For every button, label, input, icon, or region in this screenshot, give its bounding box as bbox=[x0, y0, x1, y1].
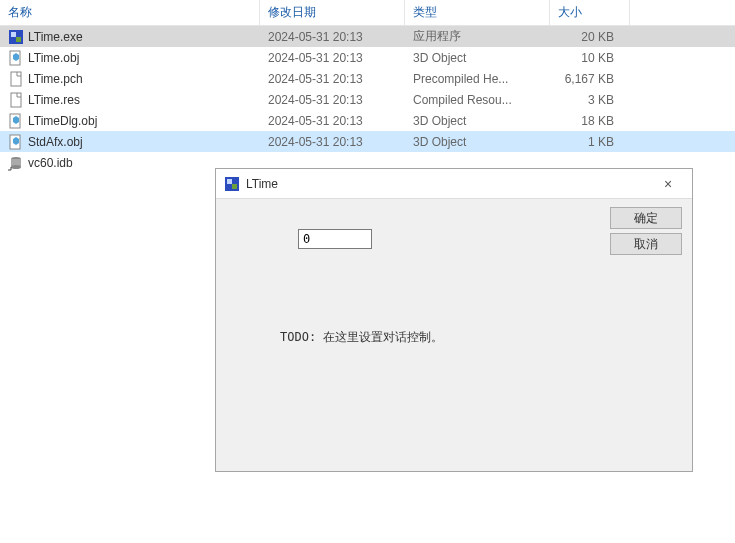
svg-rect-16 bbox=[232, 184, 237, 189]
file-size-cell bbox=[550, 161, 630, 165]
file-size-cell: 3 KB bbox=[550, 91, 630, 109]
file-name-label: vc60.idb bbox=[28, 156, 73, 170]
file-name-label: LTimeDlg.obj bbox=[28, 114, 97, 128]
file-list: LTime.exe2024-05-31 20:13应用程序20 KBLTime.… bbox=[0, 26, 735, 173]
file-date-cell: 2024-05-31 20:13 bbox=[260, 133, 405, 151]
file-row[interactable]: LTimeDlg.obj2024-05-31 20:133D Object18 … bbox=[0, 110, 735, 131]
file-name-cell: LTime.res bbox=[0, 90, 260, 110]
svg-rect-1 bbox=[11, 32, 16, 37]
file-name-cell: StdAfx.obj bbox=[0, 132, 260, 152]
file-row[interactable]: LTime.res2024-05-31 20:13Compiled Resou.… bbox=[0, 89, 735, 110]
value-input[interactable] bbox=[298, 229, 372, 249]
file-name-cell: LTime.obj bbox=[0, 48, 260, 68]
file-name-cell: LTime.exe bbox=[0, 27, 260, 47]
file-name-label: LTime.obj bbox=[28, 51, 79, 65]
svg-rect-15 bbox=[227, 179, 232, 184]
3d-icon bbox=[8, 113, 24, 129]
3d-icon bbox=[8, 50, 24, 66]
dialog-window: LTime × 确定 取消 TODO: 在这里设置对话控制。 bbox=[215, 168, 693, 472]
svg-rect-2 bbox=[16, 37, 21, 42]
close-icon: × bbox=[664, 176, 672, 192]
file-date-cell: 2024-05-31 20:13 bbox=[260, 70, 405, 88]
file-type-cell: Precompiled He... bbox=[405, 70, 550, 88]
file-size-cell: 1 KB bbox=[550, 133, 630, 151]
column-header-row: 名称 修改日期 类型 大小 bbox=[0, 0, 735, 26]
file-row[interactable]: LTime.exe2024-05-31 20:13应用程序20 KB bbox=[0, 26, 735, 47]
file-icon bbox=[8, 71, 24, 87]
file-size-cell: 20 KB bbox=[550, 28, 630, 46]
dialog-body: 确定 取消 TODO: 在这里设置对话控制。 bbox=[216, 199, 692, 471]
file-name-label: StdAfx.obj bbox=[28, 135, 83, 149]
column-header-date[interactable]: 修改日期 bbox=[260, 0, 405, 25]
file-type-cell: 3D Object bbox=[405, 133, 550, 151]
file-size-cell: 10 KB bbox=[550, 49, 630, 67]
file-date-cell: 2024-05-31 20:13 bbox=[260, 112, 405, 130]
svg-rect-6 bbox=[11, 93, 21, 107]
3d-icon bbox=[8, 134, 24, 150]
ok-button[interactable]: 确定 bbox=[610, 207, 682, 229]
file-name-label: LTime.exe bbox=[28, 30, 83, 44]
file-type-cell bbox=[405, 161, 550, 165]
file-date-cell: 2024-05-31 20:13 bbox=[260, 91, 405, 109]
file-row[interactable]: LTime.obj2024-05-31 20:133D Object10 KB bbox=[0, 47, 735, 68]
dialog-titlebar[interactable]: LTime × bbox=[216, 169, 692, 199]
file-explorer: 名称 修改日期 类型 大小 LTime.exe2024-05-31 20:13应… bbox=[0, 0, 735, 173]
file-date-cell bbox=[260, 161, 405, 165]
file-icon bbox=[8, 92, 24, 108]
file-name-label: LTime.pch bbox=[28, 72, 83, 86]
file-type-cell: 3D Object bbox=[405, 112, 550, 130]
file-date-cell: 2024-05-31 20:13 bbox=[260, 49, 405, 67]
todo-label: TODO: 在这里设置对话控制。 bbox=[280, 329, 443, 346]
close-button[interactable]: × bbox=[648, 170, 688, 198]
column-header-size[interactable]: 大小 bbox=[550, 0, 630, 25]
app-icon bbox=[8, 29, 24, 45]
file-type-cell: 应用程序 bbox=[405, 26, 550, 47]
file-name-cell: LTimeDlg.obj bbox=[0, 111, 260, 131]
file-row[interactable]: StdAfx.obj2024-05-31 20:133D Object1 KB bbox=[0, 131, 735, 152]
file-size-cell: 6,167 KB bbox=[550, 70, 630, 88]
app-icon bbox=[224, 176, 240, 192]
file-type-cell: 3D Object bbox=[405, 49, 550, 67]
file-type-cell: Compiled Resou... bbox=[405, 91, 550, 109]
file-row[interactable]: LTime.pch2024-05-31 20:13Precompiled He.… bbox=[0, 68, 735, 89]
column-header-name[interactable]: 名称 bbox=[0, 0, 260, 25]
svg-rect-5 bbox=[11, 72, 21, 86]
file-size-cell: 18 KB bbox=[550, 112, 630, 130]
file-name-label: LTime.res bbox=[28, 93, 80, 107]
db-icon bbox=[8, 155, 24, 171]
file-name-cell: LTime.pch bbox=[0, 69, 260, 89]
cancel-button[interactable]: 取消 bbox=[610, 233, 682, 255]
svg-point-13 bbox=[11, 165, 21, 169]
dialog-title: LTime bbox=[246, 177, 648, 191]
column-header-type[interactable]: 类型 bbox=[405, 0, 550, 25]
file-date-cell: 2024-05-31 20:13 bbox=[260, 28, 405, 46]
